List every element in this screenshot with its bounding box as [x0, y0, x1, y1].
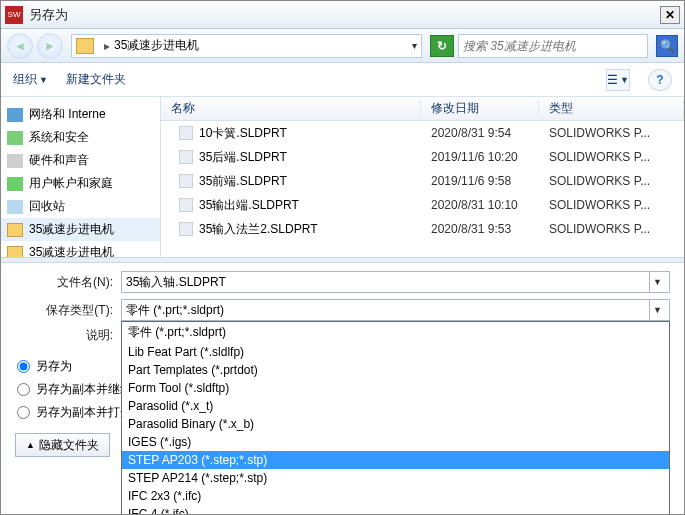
tree-item-label: 35减速步进电机: [29, 221, 114, 238]
tree-item[interactable]: 35减速步进电机: [1, 241, 160, 257]
hw-icon: [7, 154, 23, 168]
breadcrumb[interactable]: ▸ 35减速步进电机 ▾: [71, 34, 422, 58]
window-title: 另存为: [29, 6, 660, 24]
file-name: 35后端.SLDPRT: [199, 149, 287, 166]
file-name: 35前端.SLDPRT: [199, 173, 287, 190]
filetype-label: 保存类型(T):: [15, 302, 121, 319]
filename-input[interactable]: [126, 275, 649, 289]
filetype-option[interactable]: Parasolid Binary (*.x_b): [122, 415, 669, 433]
file-list: 名称 修改日期 类型 10卡簧.SLDPRT2020/8/31 9:54SOLI…: [161, 97, 684, 257]
table-row[interactable]: 10卡簧.SLDPRT2020/8/31 9:54SOLIDWORKS P...: [161, 121, 684, 145]
titlebar: SW 另存为 ✕: [1, 1, 684, 29]
hide-folders-button[interactable]: ▲隐藏文件夹: [15, 433, 110, 457]
breadcrumb-text: 35减速步进电机: [114, 37, 199, 54]
file-date: 2020/8/31 9:53: [421, 222, 539, 236]
navbar: ◄ ► ▸ 35减速步进电机 ▾ ↻ 🔍: [1, 29, 684, 63]
filetype-option[interactable]: IFC 4 (*.ifc): [122, 505, 669, 515]
file-date: 2019/11/6 10:20: [421, 150, 539, 164]
col-date[interactable]: 修改日期: [421, 100, 539, 117]
part-icon: [179, 198, 193, 212]
tree-item-label: 硬件和声音: [29, 152, 89, 169]
view-button[interactable]: ☰▼: [606, 69, 630, 91]
filetype-option[interactable]: Lib Feat Part (*.sldlfp): [122, 343, 669, 361]
filetype-dropdown[interactable]: ▼: [649, 300, 665, 320]
table-row[interactable]: 35输出端.SLDPRT2020/8/31 10:10SOLIDWORKS P.…: [161, 193, 684, 217]
network-icon: [7, 108, 23, 122]
col-type[interactable]: 类型: [539, 100, 684, 117]
toolbar: 组织▼ 新建文件夹 ☰▼ ?: [1, 63, 684, 97]
refresh-button[interactable]: ↻: [430, 35, 454, 57]
breadcrumb-dropdown[interactable]: ▾: [412, 40, 417, 51]
filetype-option[interactable]: Parasolid (*.x_t): [122, 397, 669, 415]
filetype-option[interactable]: 零件 (*.prt;*.sldprt): [122, 322, 669, 343]
tree-item[interactable]: 系统和安全: [1, 126, 160, 149]
filename-field[interactable]: ▼: [121, 271, 670, 293]
search-input[interactable]: [463, 39, 643, 53]
tree-item-label: 回收站: [29, 198, 65, 215]
table-row[interactable]: 35前端.SLDPRT2019/11/6 9:58SOLIDWORKS P...: [161, 169, 684, 193]
forward-button[interactable]: ►: [37, 33, 63, 59]
filetype-option[interactable]: Part Templates (*.prtdot): [122, 361, 669, 379]
chevron-up-icon: ▲: [26, 440, 35, 450]
back-button[interactable]: ◄: [7, 33, 33, 59]
list-rows[interactable]: 10卡簧.SLDPRT2020/8/31 9:54SOLIDWORKS P...…: [161, 121, 684, 257]
filetype-option[interactable]: STEP AP203 (*.step;*.stp): [122, 451, 669, 469]
recycle-icon: [7, 200, 23, 214]
filename-label: 文件名(N):: [15, 274, 121, 291]
folder-icon: [7, 246, 23, 258]
file-type: SOLIDWORKS P...: [539, 222, 684, 236]
file-date: 2020/8/31 9:54: [421, 126, 539, 140]
user-icon: [7, 177, 23, 191]
filetype-option[interactable]: IGES (*.igs): [122, 433, 669, 451]
app-icon: SW: [5, 6, 23, 24]
tree-item-label: 系统和安全: [29, 129, 89, 146]
file-date: 2020/8/31 10:10: [421, 198, 539, 212]
part-icon: [179, 174, 193, 188]
organize-button[interactable]: 组织▼: [13, 71, 48, 88]
close-button[interactable]: ✕: [660, 6, 680, 24]
filetype-field[interactable]: ▼ 零件 (*.prt;*.sldprt)Lib Feat Part (*.sl…: [121, 299, 670, 321]
tree-item-label: 网络和 Interne: [29, 106, 106, 123]
table-row[interactable]: 35后端.SLDPRT2019/11/6 10:20SOLIDWORKS P..…: [161, 145, 684, 169]
table-row[interactable]: 35输入法兰2.SLDPRT2020/8/31 9:53SOLIDWORKS P…: [161, 217, 684, 241]
part-icon: [179, 126, 193, 140]
tree-item[interactable]: 用户帐户和家庭: [1, 172, 160, 195]
folder-icon: [7, 223, 23, 237]
file-type: SOLIDWORKS P...: [539, 174, 684, 188]
file-name: 35输入法兰2.SLDPRT: [199, 221, 317, 238]
description-label: 说明:: [15, 327, 121, 344]
save-form: 文件名(N): ▼ 保存类型(T): ▼ 零件 (*.prt;*.sldprt)…: [1, 263, 684, 356]
col-name[interactable]: 名称: [161, 100, 421, 117]
new-folder-button[interactable]: 新建文件夹: [66, 71, 126, 88]
folder-icon: [76, 38, 94, 54]
file-name: 35输出端.SLDPRT: [199, 197, 299, 214]
filetype-dropdown-list[interactable]: 零件 (*.prt;*.sldprt)Lib Feat Part (*.sldl…: [121, 321, 670, 515]
list-header: 名称 修改日期 类型: [161, 97, 684, 121]
file-type: SOLIDWORKS P...: [539, 126, 684, 140]
part-icon: [179, 150, 193, 164]
file-type: SOLIDWORKS P...: [539, 150, 684, 164]
filetype-option[interactable]: STEP AP214 (*.step;*.stp): [122, 469, 669, 487]
file-name: 10卡簧.SLDPRT: [199, 125, 287, 142]
sys-icon: [7, 131, 23, 145]
folder-tree[interactable]: 网络和 Interne系统和安全硬件和声音用户帐户和家庭回收站35减速步进电机3…: [1, 97, 161, 257]
tree-item-label: 35减速步进电机: [29, 244, 114, 257]
tree-item[interactable]: 硬件和声音: [1, 149, 160, 172]
filetype-option[interactable]: Form Tool (*.sldftp): [122, 379, 669, 397]
filetype-option[interactable]: IFC 2x3 (*.ifc): [122, 487, 669, 505]
filetype-input[interactable]: [126, 303, 649, 317]
explorer-body: 网络和 Interne系统和安全硬件和声音用户帐户和家庭回收站35减速步进电机3…: [1, 97, 684, 257]
file-type: SOLIDWORKS P...: [539, 198, 684, 212]
tree-item[interactable]: 35减速步进电机: [1, 218, 160, 241]
file-date: 2019/11/6 9:58: [421, 174, 539, 188]
filename-dropdown[interactable]: ▼: [649, 272, 665, 292]
chevron-right-icon: ▸: [104, 39, 110, 53]
part-icon: [179, 222, 193, 236]
help-button[interactable]: ?: [648, 69, 672, 91]
search-button[interactable]: 🔍: [656, 35, 678, 57]
tree-item-label: 用户帐户和家庭: [29, 175, 113, 192]
tree-item[interactable]: 回收站: [1, 195, 160, 218]
tree-item[interactable]: 网络和 Interne: [1, 103, 160, 126]
search-box[interactable]: [458, 34, 648, 58]
